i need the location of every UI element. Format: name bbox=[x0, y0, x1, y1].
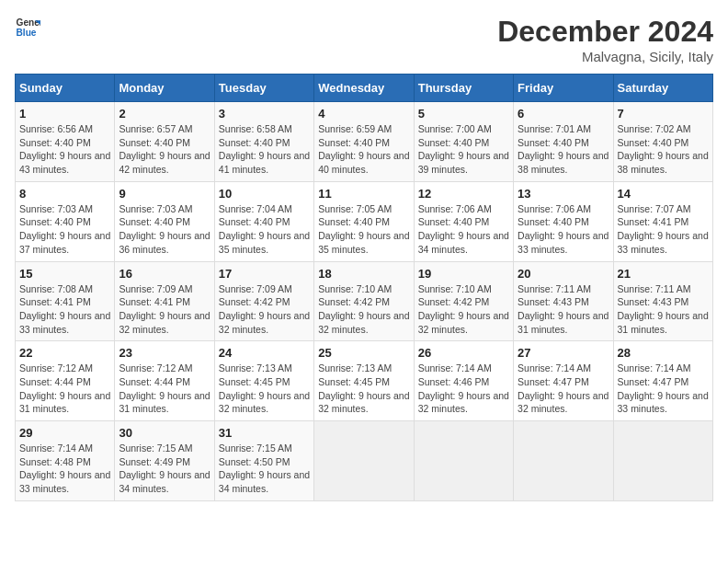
day-number: 2 bbox=[119, 107, 210, 121]
weekday-header-friday: Friday bbox=[514, 75, 613, 102]
day-number: 28 bbox=[618, 346, 709, 360]
day-info: Sunrise: 7:13 AMSunset: 4:45 PMDaylight:… bbox=[318, 362, 409, 414]
day-info: Sunrise: 7:13 AMSunset: 4:45 PMDaylight:… bbox=[219, 362, 310, 414]
day-info: Sunrise: 7:10 AMSunset: 4:42 PMDaylight:… bbox=[418, 283, 509, 335]
day-info: Sunrise: 7:14 AMSunset: 4:47 PMDaylight:… bbox=[618, 362, 709, 414]
weekday-header-wednesday: Wednesday bbox=[314, 75, 414, 102]
calendar-cell: 11 Sunrise: 7:05 AMSunset: 4:40 PMDaylig… bbox=[314, 181, 414, 261]
day-info: Sunrise: 7:00 AMSunset: 4:40 PMDaylight:… bbox=[418, 123, 509, 175]
day-number: 12 bbox=[418, 187, 509, 201]
calendar-cell: 1 Sunrise: 6:56 AMSunset: 4:40 PMDayligh… bbox=[16, 102, 115, 182]
day-number: 3 bbox=[219, 107, 310, 121]
calendar-cell: 29 Sunrise: 7:14 AMSunset: 4:48 PMDaylig… bbox=[16, 421, 115, 501]
day-info: Sunrise: 7:04 AMSunset: 4:40 PMDaylight:… bbox=[219, 203, 310, 255]
svg-text:Blue: Blue bbox=[17, 28, 37, 38]
day-number: 8 bbox=[19, 187, 110, 201]
day-number: 1 bbox=[19, 107, 110, 121]
day-info: Sunrise: 7:15 AMSunset: 4:49 PMDaylight:… bbox=[119, 442, 210, 494]
weekday-header-sunday: Sunday bbox=[16, 75, 115, 102]
calendar-cell: 7 Sunrise: 7:02 AMSunset: 4:40 PMDayligh… bbox=[613, 102, 712, 182]
day-info: Sunrise: 7:09 AMSunset: 4:41 PMDaylight:… bbox=[119, 283, 210, 335]
calendar-cell: 17 Sunrise: 7:09 AMSunset: 4:42 PMDaylig… bbox=[214, 261, 313, 341]
calendar-cell: 21 Sunrise: 7:11 AMSunset: 4:43 PMDaylig… bbox=[613, 261, 712, 341]
day-info: Sunrise: 7:14 AMSunset: 4:48 PMDaylight:… bbox=[19, 442, 110, 494]
month-title: December 2024 bbox=[497, 15, 713, 49]
day-info: Sunrise: 7:03 AMSunset: 4:40 PMDaylight:… bbox=[119, 203, 210, 255]
calendar-cell: 22 Sunrise: 7:12 AMSunset: 4:44 PMDaylig… bbox=[16, 341, 115, 421]
day-number: 9 bbox=[119, 187, 210, 201]
day-number: 6 bbox=[518, 107, 609, 121]
calendar-week-row: 29 Sunrise: 7:14 AMSunset: 4:48 PMDaylig… bbox=[16, 421, 713, 501]
day-number: 14 bbox=[618, 187, 709, 201]
day-number: 7 bbox=[618, 107, 709, 121]
day-number: 30 bbox=[119, 426, 210, 440]
page-header: General Blue December 2024 Malvagna, Sic… bbox=[15, 15, 713, 64]
calendar-week-row: 22 Sunrise: 7:12 AMSunset: 4:44 PMDaylig… bbox=[16, 341, 713, 421]
calendar-cell: 14 Sunrise: 7:07 AMSunset: 4:41 PMDaylig… bbox=[613, 181, 712, 261]
weekday-row: SundayMondayTuesdayWednesdayThursdayFrid… bbox=[16, 75, 713, 102]
day-info: Sunrise: 7:07 AMSunset: 4:41 PMDaylight:… bbox=[618, 203, 709, 255]
calendar-week-row: 1 Sunrise: 6:56 AMSunset: 4:40 PMDayligh… bbox=[16, 102, 713, 182]
day-number: 27 bbox=[518, 346, 609, 360]
day-info: Sunrise: 7:01 AMSunset: 4:40 PMDaylight:… bbox=[518, 123, 609, 175]
calendar-cell bbox=[314, 421, 414, 501]
calendar-week-row: 15 Sunrise: 7:08 AMSunset: 4:41 PMDaylig… bbox=[16, 261, 713, 341]
day-number: 31 bbox=[219, 426, 310, 440]
day-info: Sunrise: 7:06 AMSunset: 4:40 PMDaylight:… bbox=[418, 203, 509, 255]
calendar-cell: 31 Sunrise: 7:15 AMSunset: 4:50 PMDaylig… bbox=[214, 421, 313, 501]
day-info: Sunrise: 7:14 AMSunset: 4:47 PMDaylight:… bbox=[518, 362, 609, 414]
logo-icon: General Blue bbox=[15, 15, 40, 40]
calendar-cell: 12 Sunrise: 7:06 AMSunset: 4:40 PMDaylig… bbox=[414, 181, 513, 261]
day-info: Sunrise: 7:14 AMSunset: 4:46 PMDaylight:… bbox=[418, 362, 509, 414]
calendar-cell bbox=[514, 421, 613, 501]
day-info: Sunrise: 7:11 AMSunset: 4:43 PMDaylight:… bbox=[518, 283, 609, 335]
day-number: 26 bbox=[418, 346, 509, 360]
calendar-cell: 19 Sunrise: 7:10 AMSunset: 4:42 PMDaylig… bbox=[414, 261, 513, 341]
calendar-cell: 28 Sunrise: 7:14 AMSunset: 4:47 PMDaylig… bbox=[613, 341, 712, 421]
calendar-cell: 26 Sunrise: 7:14 AMSunset: 4:46 PMDaylig… bbox=[414, 341, 513, 421]
calendar-cell: 30 Sunrise: 7:15 AMSunset: 4:49 PMDaylig… bbox=[115, 421, 214, 501]
day-number: 22 bbox=[19, 346, 110, 360]
day-info: Sunrise: 7:05 AMSunset: 4:40 PMDaylight:… bbox=[318, 203, 409, 255]
calendar-body: 1 Sunrise: 6:56 AMSunset: 4:40 PMDayligh… bbox=[16, 102, 713, 501]
day-info: Sunrise: 7:08 AMSunset: 4:41 PMDaylight:… bbox=[19, 283, 110, 335]
day-number: 24 bbox=[219, 346, 310, 360]
day-info: Sunrise: 7:12 AMSunset: 4:44 PMDaylight:… bbox=[19, 362, 110, 414]
calendar-cell: 2 Sunrise: 6:57 AMSunset: 4:40 PMDayligh… bbox=[115, 102, 214, 182]
calendar-cell: 18 Sunrise: 7:10 AMSunset: 4:42 PMDaylig… bbox=[314, 261, 414, 341]
calendar-cell: 3 Sunrise: 6:58 AMSunset: 4:40 PMDayligh… bbox=[214, 102, 313, 182]
calendar-cell: 27 Sunrise: 7:14 AMSunset: 4:47 PMDaylig… bbox=[514, 341, 613, 421]
calendar-cell bbox=[414, 421, 513, 501]
weekday-header-tuesday: Tuesday bbox=[214, 75, 313, 102]
day-info: Sunrise: 7:11 AMSunset: 4:43 PMDaylight:… bbox=[618, 283, 709, 335]
day-info: Sunrise: 7:10 AMSunset: 4:42 PMDaylight:… bbox=[318, 283, 409, 335]
day-info: Sunrise: 7:12 AMSunset: 4:44 PMDaylight:… bbox=[119, 362, 210, 414]
logo: General Blue bbox=[15, 15, 40, 40]
day-number: 4 bbox=[318, 107, 409, 121]
day-number: 16 bbox=[119, 267, 210, 281]
weekday-header-thursday: Thursday bbox=[414, 75, 513, 102]
day-info: Sunrise: 7:02 AMSunset: 4:40 PMDaylight:… bbox=[618, 123, 709, 175]
day-number: 21 bbox=[618, 267, 709, 281]
calendar-week-row: 8 Sunrise: 7:03 AMSunset: 4:40 PMDayligh… bbox=[16, 181, 713, 261]
day-number: 5 bbox=[418, 107, 509, 121]
calendar-cell: 24 Sunrise: 7:13 AMSunset: 4:45 PMDaylig… bbox=[214, 341, 313, 421]
day-number: 23 bbox=[119, 346, 210, 360]
calendar-cell: 20 Sunrise: 7:11 AMSunset: 4:43 PMDaylig… bbox=[514, 261, 613, 341]
location: Malvagna, Sicily, Italy bbox=[497, 49, 713, 64]
calendar-table: SundayMondayTuesdayWednesdayThursdayFrid… bbox=[15, 74, 713, 501]
day-number: 20 bbox=[518, 267, 609, 281]
calendar-cell: 5 Sunrise: 7:00 AMSunset: 4:40 PMDayligh… bbox=[414, 102, 513, 182]
calendar-cell: 4 Sunrise: 6:59 AMSunset: 4:40 PMDayligh… bbox=[314, 102, 414, 182]
day-info: Sunrise: 6:59 AMSunset: 4:40 PMDaylight:… bbox=[318, 123, 409, 175]
title-block: December 2024 Malvagna, Sicily, Italy bbox=[497, 15, 713, 64]
calendar-cell: 13 Sunrise: 7:06 AMSunset: 4:40 PMDaylig… bbox=[514, 181, 613, 261]
calendar-cell: 25 Sunrise: 7:13 AMSunset: 4:45 PMDaylig… bbox=[314, 341, 414, 421]
calendar-cell: 10 Sunrise: 7:04 AMSunset: 4:40 PMDaylig… bbox=[214, 181, 313, 261]
weekday-header-saturday: Saturday bbox=[613, 75, 712, 102]
day-info: Sunrise: 7:15 AMSunset: 4:50 PMDaylight:… bbox=[219, 442, 310, 494]
calendar-header: SundayMondayTuesdayWednesdayThursdayFrid… bbox=[16, 75, 713, 102]
day-info: Sunrise: 7:03 AMSunset: 4:40 PMDaylight:… bbox=[19, 203, 110, 255]
day-info: Sunrise: 6:58 AMSunset: 4:40 PMDaylight:… bbox=[219, 123, 310, 175]
svg-text:General: General bbox=[17, 17, 40, 28]
